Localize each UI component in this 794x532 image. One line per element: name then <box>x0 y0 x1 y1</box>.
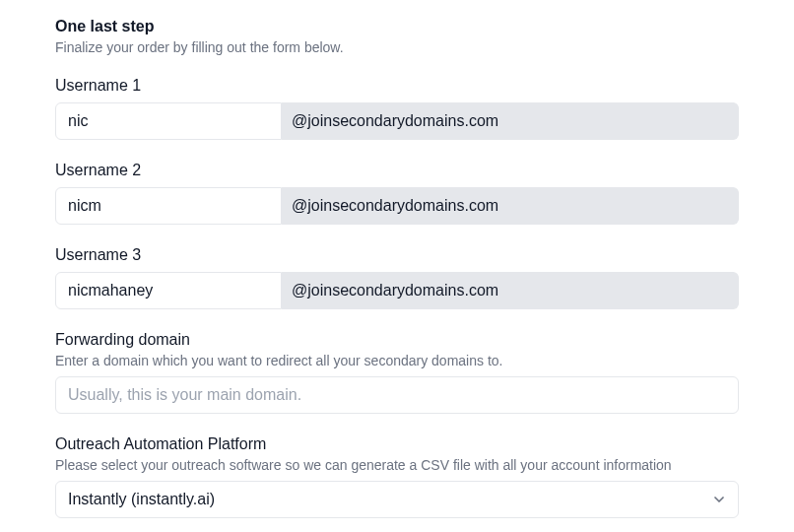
forwarding-domain-input[interactable] <box>55 376 739 414</box>
username-3-label: Username 3 <box>55 246 739 264</box>
username-1-input[interactable] <box>55 102 282 140</box>
page-subheading: Finalize your order by filling out the f… <box>55 39 739 55</box>
outreach-platform-select[interactable]: Instantly (instantly.ai) <box>55 481 739 518</box>
username-1-domain: @joinsecondarydomains.com <box>282 102 739 140</box>
username-2-input[interactable] <box>55 187 282 225</box>
username-2-domain: @joinsecondarydomains.com <box>282 187 739 225</box>
outreach-platform-field: Outreach Automation Platform Please sele… <box>55 435 739 518</box>
forwarding-domain-help: Enter a domain which you want to redirec… <box>55 353 739 368</box>
username-3-domain: @joinsecondarydomains.com <box>282 272 739 309</box>
username-2-label: Username 2 <box>55 162 739 179</box>
username-3-field: Username 3 @joinsecondarydomains.com <box>55 246 739 309</box>
username-3-input[interactable] <box>55 272 282 309</box>
page-title: One last step <box>55 18 739 35</box>
username-1-label: Username 1 <box>55 77 739 95</box>
username-2-field: Username 2 @joinsecondarydomains.com <box>55 162 739 225</box>
outreach-platform-label: Outreach Automation Platform <box>55 435 739 453</box>
forwarding-domain-label: Forwarding domain <box>55 331 739 349</box>
username-1-field: Username 1 @joinsecondarydomains.com <box>55 77 739 140</box>
forwarding-domain-field: Forwarding domain Enter a domain which y… <box>55 331 739 414</box>
outreach-platform-help: Please select your outreach software so … <box>55 457 739 473</box>
